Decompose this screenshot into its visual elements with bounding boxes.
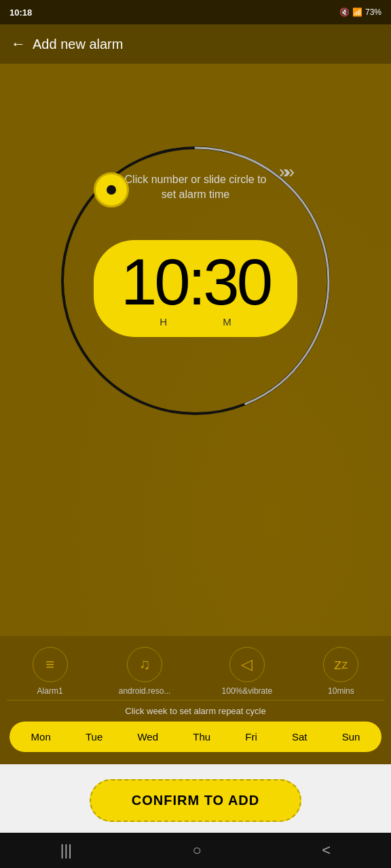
app-header: ← Add new alarm bbox=[0, 24, 391, 64]
hours-label: H bbox=[160, 316, 167, 328]
main-content: »» Click number or slide circle to set a… bbox=[0, 64, 391, 636]
setting-item-volume: ◁ 100%&vibrate bbox=[222, 647, 273, 696]
battery-text: 73% bbox=[365, 7, 381, 17]
day-fri[interactable]: Fri bbox=[241, 728, 261, 745]
setting-item-alarm-name: ≡ Alarm1 bbox=[33, 647, 68, 696]
volume-button[interactable]: ◁ bbox=[229, 647, 265, 682]
bottom-area: CONFIRM TO ADD bbox=[0, 764, 391, 833]
back-nav-button[interactable]: < bbox=[322, 842, 331, 859]
minutes-value: 30 bbox=[203, 245, 270, 318]
day-sat[interactable]: Sat bbox=[288, 728, 312, 745]
minutes-label: M bbox=[223, 316, 231, 328]
wifi-icon: 📶 bbox=[352, 7, 362, 17]
drag-handle-dot bbox=[107, 185, 116, 195]
recent-apps-button[interactable]: ||| bbox=[60, 842, 72, 859]
settings-icons-row: ≡ Alarm1 ♫ android.reso... ◁ 100%&vibrat… bbox=[7, 647, 384, 696]
day-thu[interactable]: Thu bbox=[189, 728, 215, 745]
time-value: 10:30 bbox=[118, 250, 273, 315]
ringtone-label: android.reso... bbox=[119, 686, 171, 696]
status-bar: 10:18 🔇 📶 73% bbox=[0, 0, 391, 24]
setting-item-ringtone: ♫ android.reso... bbox=[119, 647, 171, 696]
status-icons: 🔇 📶 73% bbox=[339, 7, 381, 17]
ringtone-button[interactable]: ♫ bbox=[127, 647, 162, 682]
days-row: Mon Tue Wed Thu Fri Sat Sun bbox=[10, 722, 381, 752]
day-sun[interactable]: Sun bbox=[338, 728, 365, 745]
page-title: Add new alarm bbox=[33, 37, 123, 52]
volume-label: 100%&vibrate bbox=[222, 686, 273, 696]
chevron-arrows-icon: »» bbox=[279, 161, 291, 182]
week-hint: Click week to set alarm repeat cycle bbox=[7, 700, 384, 716]
hours-value: 10 bbox=[121, 245, 188, 318]
day-wed[interactable]: Wed bbox=[133, 728, 162, 745]
mute-icon: 🔇 bbox=[339, 7, 350, 17]
home-button[interactable]: ○ bbox=[193, 842, 202, 859]
day-tue[interactable]: Tue bbox=[81, 728, 107, 745]
clock-circle-container[interactable]: »» Click number or slide circle to set a… bbox=[53, 138, 338, 423]
time-colon: : bbox=[188, 245, 204, 318]
day-mon[interactable]: Mon bbox=[27, 728, 55, 745]
alarm-name-label: Alarm1 bbox=[37, 686, 63, 696]
alarm-name-button[interactable]: ≡ bbox=[33, 647, 68, 682]
settings-panel: ≡ Alarm1 ♫ android.reso... ◁ 100%&vibrat… bbox=[0, 636, 391, 764]
clock-drag-handle[interactable] bbox=[94, 172, 129, 208]
snooze-label: 10mins bbox=[328, 686, 354, 696]
snooze-button[interactable]: zz bbox=[323, 647, 358, 682]
back-button[interactable]: ← bbox=[11, 35, 26, 53]
nav-bar: ||| ○ < bbox=[0, 833, 391, 868]
confirm-add-button[interactable]: CONFIRM TO ADD bbox=[90, 779, 301, 822]
time-display[interactable]: 10:30 H M bbox=[94, 240, 297, 337]
status-time: 10:18 bbox=[10, 7, 32, 18]
setting-item-snooze: zz 10mins bbox=[323, 647, 358, 696]
clock-area: »» Click number or slide circle to set a… bbox=[0, 64, 391, 484]
